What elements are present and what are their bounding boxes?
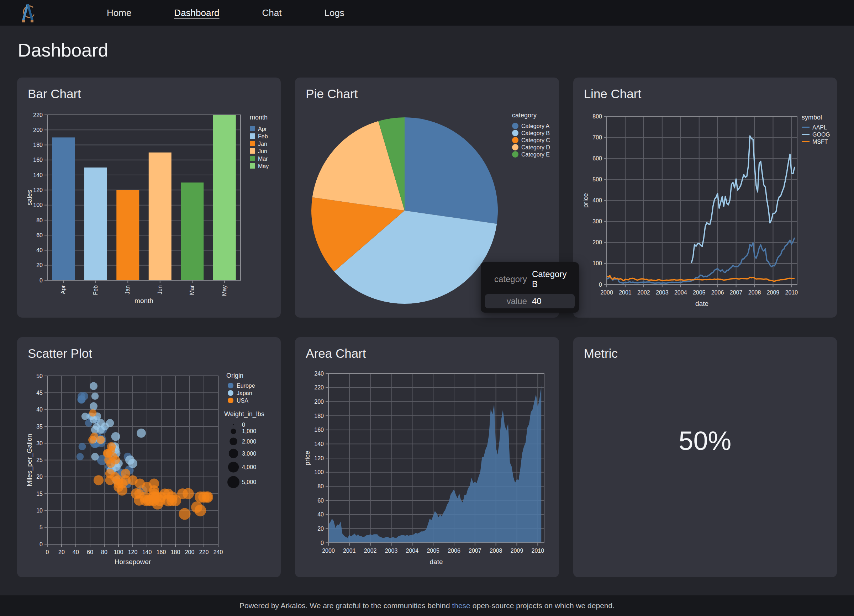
nav-item-logs[interactable]: Logs (324, 8, 344, 18)
bar-Jun[interactable] (149, 152, 171, 280)
scatter-point[interactable] (149, 495, 160, 506)
legend-swatch-Apr[interactable] (250, 126, 255, 131)
scatter-point[interactable] (90, 382, 98, 390)
legend-swatch-Europe[interactable] (228, 383, 233, 388)
scatter-point[interactable] (110, 472, 120, 482)
scatter-point[interactable] (191, 502, 203, 513)
legend-swatch-Japan[interactable] (228, 390, 233, 396)
scatter-point[interactable] (89, 409, 97, 417)
svg-text:2008: 2008 (748, 289, 761, 295)
svg-text:Feb: Feb (258, 133, 268, 139)
bar-Jan[interactable] (116, 190, 139, 280)
svg-text:Origin: Origin (226, 372, 243, 379)
metric-value: 50% (679, 426, 731, 456)
svg-text:500: 500 (592, 176, 602, 183)
svg-text:MSFT: MSFT (812, 138, 828, 144)
nav-item-chat[interactable]: Chat (262, 8, 282, 18)
svg-text:2001: 2001 (343, 548, 356, 554)
metric-box: 50% (583, 367, 827, 516)
scatter-point[interactable] (179, 508, 191, 520)
nav-item-dashboard[interactable]: Dashboard (174, 8, 219, 18)
scatter-point[interactable] (111, 432, 120, 441)
scatter-point[interactable] (104, 449, 112, 457)
legend-swatch-Category-C[interactable] (512, 137, 518, 143)
area-chart[interactable]: 0204060801001201401601802002202402000200… (305, 367, 549, 566)
svg-text:2008: 2008 (490, 548, 502, 554)
svg-text:400: 400 (592, 198, 602, 204)
scatter-point[interactable] (90, 432, 98, 440)
legend-swatch-Mar[interactable] (250, 156, 255, 161)
scatter-point[interactable] (128, 475, 137, 485)
legend-swatch-Category-E[interactable] (512, 151, 518, 158)
scatter-point[interactable] (125, 455, 134, 464)
scatter-point[interactable] (107, 459, 115, 468)
svg-text:Jan: Jan (125, 285, 131, 295)
svg-text:140: 140 (142, 549, 152, 555)
scatter-point[interactable] (91, 453, 99, 460)
size-legend-swatch (229, 449, 238, 458)
legend-swatch-Jun[interactable] (250, 148, 255, 154)
svg-text:2004: 2004 (406, 548, 419, 554)
legend-swatch-Category-A[interactable] (512, 123, 518, 129)
svg-text:200: 200 (185, 549, 195, 555)
scatter-point[interactable] (203, 492, 212, 502)
svg-text:60: 60 (318, 497, 324, 503)
footer: Powered by Arkalos. We are grateful to t… (0, 595, 854, 616)
scatter-point[interactable] (90, 402, 98, 410)
tooltip-value: Category B (532, 269, 571, 289)
svg-text:2000: 2000 (322, 548, 335, 554)
svg-text:200: 200 (33, 127, 43, 133)
svg-text:2006: 2006 (711, 289, 724, 295)
scatter-point[interactable] (79, 443, 86, 450)
svg-text:240: 240 (214, 549, 223, 555)
size-legend-swatch (227, 476, 239, 488)
scatter-point[interactable] (134, 495, 144, 505)
main-content: Dashboard Bar Chart 02040608010012014016… (0, 40, 854, 577)
arkalos-logo[interactable] (20, 3, 35, 23)
scatter-point[interactable] (76, 453, 84, 460)
svg-text:80: 80 (36, 217, 43, 223)
svg-text:0: 0 (599, 281, 602, 287)
scatter-plot[interactable]: 0510152025303540455002040608010012014016… (27, 367, 271, 566)
legend-swatch-May[interactable] (250, 163, 255, 169)
scatter-point[interactable] (91, 426, 99, 433)
legend-swatch-Category-D[interactable] (512, 144, 518, 151)
svg-text:10: 10 (36, 508, 43, 514)
svg-text:2,000: 2,000 (242, 438, 256, 444)
bar-Feb[interactable] (84, 167, 107, 280)
svg-text:May: May (221, 285, 227, 296)
footer-text-after: open-source projects on which we depend. (473, 601, 615, 610)
bar-chart[interactable]: 020406080100120140160180200220AprFebJanJ… (27, 107, 271, 306)
bar-Apr[interactable] (52, 137, 75, 280)
scatter-point[interactable] (166, 491, 178, 502)
legend-swatch-Feb[interactable] (250, 133, 255, 139)
scatter-point[interactable] (101, 423, 109, 430)
size-legend-swatch (233, 424, 234, 425)
bar-May[interactable] (213, 115, 236, 280)
legend-swatch-Jan[interactable] (250, 141, 255, 146)
scatter-point[interactable] (137, 429, 146, 438)
line-chart[interactable]: 0100200300400500600700800200020012002200… (583, 107, 827, 306)
scatter-point[interactable] (81, 412, 88, 420)
svg-text:2006: 2006 (448, 548, 461, 554)
legend-swatch-USA[interactable] (228, 398, 233, 403)
scatter-point[interactable] (94, 475, 104, 485)
pie-slice-Category-A[interactable] (404, 117, 498, 224)
scatter-point[interactable] (92, 392, 99, 400)
svg-text:1,000: 1,000 (242, 428, 256, 434)
svg-text:700: 700 (592, 134, 602, 140)
svg-text:600: 600 (592, 155, 602, 161)
svg-text:2002: 2002 (637, 289, 650, 295)
svg-text:Mar: Mar (189, 285, 195, 295)
legend-swatch-Category-B[interactable] (512, 130, 518, 136)
scatter-point[interactable] (81, 392, 88, 400)
svg-text:20: 20 (58, 549, 65, 555)
bar-Mar[interactable] (181, 183, 204, 280)
svg-text:0: 0 (320, 540, 324, 546)
nav-item-home[interactable]: Home (107, 8, 131, 18)
footer-link-these[interactable]: these (452, 601, 470, 610)
svg-text:Europe: Europe (236, 382, 255, 388)
card-scatter-plot: Scatter Plot 051015202530354045500204060… (17, 337, 281, 577)
svg-text:2009: 2009 (511, 548, 523, 554)
svg-text:40: 40 (36, 406, 43, 412)
